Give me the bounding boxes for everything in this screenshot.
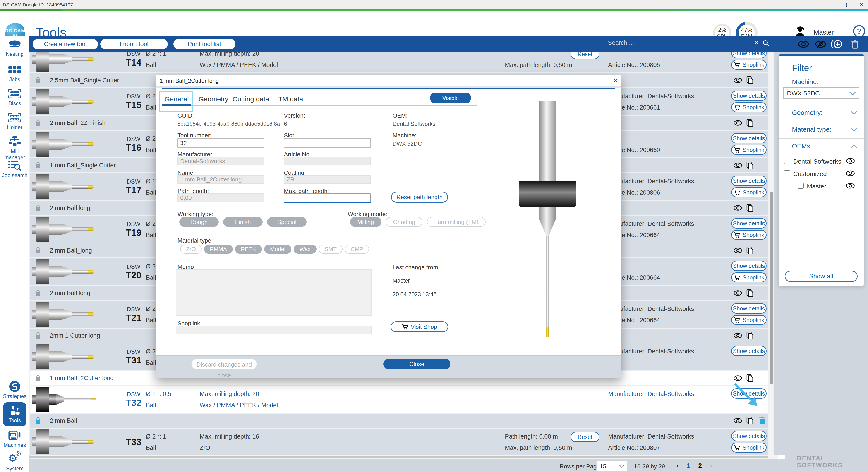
sidebar-item-jobs[interactable]: Jobs: [0, 64, 29, 82]
eye-icon[interactable]: [846, 157, 855, 165]
horizontal-scrollbar[interactable]: [30, 455, 785, 459]
sidebar-item-machines[interactable]: Machines: [0, 430, 29, 448]
next-page-button[interactable]: ›: [710, 462, 712, 469]
reset-path-button[interactable]: Reset: [570, 52, 599, 59]
dialog-close-icon[interactable]: ×: [614, 77, 618, 85]
reset-path-button[interactable]: Reset: [570, 432, 599, 442]
shoplink-button[interactable]: Shoplink: [731, 230, 767, 240]
eye-icon[interactable]: [734, 161, 742, 169]
copy-icon[interactable]: [746, 246, 754, 255]
page-1-button[interactable]: 1: [687, 462, 690, 469]
chevron-down-icon[interactable]: [850, 128, 857, 132]
shoplink-button[interactable]: Shoplink: [731, 60, 767, 70]
tool-row-t32[interactable]: DSWT32Ø 1 r: 0,5BallMax. milling depth: …: [30, 386, 768, 413]
show-details-button[interactable]: Show details: [731, 431, 767, 441]
option-wax[interactable]: Wax: [293, 245, 316, 254]
show-all-button[interactable]: Show all: [785, 271, 858, 282]
shoplink-button[interactable]: Shoplink: [731, 272, 767, 282]
tool-number-input[interactable]: [178, 138, 265, 148]
eye-icon[interactable]: [846, 182, 855, 190]
import-tool-button[interactable]: Import tool: [100, 39, 168, 49]
option-pmma[interactable]: PMMA: [204, 245, 233, 254]
option-cmp[interactable]: CMP: [345, 245, 369, 254]
rows-per-page-select[interactable]: 15: [596, 461, 627, 471]
option-grinding[interactable]: Grinding: [386, 217, 423, 227]
show-details-button[interactable]: Show details: [731, 218, 767, 229]
show-details-button[interactable]: Show details: [731, 52, 767, 58]
eye-icon[interactable]: [734, 374, 742, 382]
tool-group-row[interactable]: 2 mm Ball: [30, 414, 768, 428]
geometry-section[interactable]: Geometry:: [779, 105, 864, 122]
sidebar-item-job-search[interactable]: Job search: [0, 160, 29, 178]
oem-checkbox[interactable]: [784, 170, 790, 176]
memo-textarea[interactable]: [176, 269, 372, 316]
shoplink-button[interactable]: Shoplink: [731, 187, 767, 197]
tab-cutting-data[interactable]: Cutting data: [232, 95, 269, 103]
shoplink-input[interactable]: [176, 326, 372, 334]
oem-checkbox[interactable]: [784, 158, 790, 164]
vertical-scrollbar-thumb[interactable]: [770, 192, 773, 384]
eye-icon[interactable]: [734, 332, 742, 340]
chevron-down-icon[interactable]: [850, 111, 857, 115]
add-tool-icon[interactable]: [830, 39, 844, 49]
shoplink-button[interactable]: Shoplink: [731, 315, 767, 325]
option-smt[interactable]: SMT: [319, 245, 343, 254]
show-details-button[interactable]: Show details: [731, 261, 767, 271]
search-icon[interactable]: [762, 39, 770, 46]
copy-icon[interactable]: [746, 332, 754, 340]
tool-row-t33[interactable]: T33Ø 2 r: 1BallMax. milling depth: 16ZrO…: [30, 429, 768, 455]
shoplink-button[interactable]: Shoplink: [731, 443, 767, 452]
option-milling[interactable]: Milling: [350, 217, 381, 227]
show-details-button[interactable]: Show details: [731, 133, 767, 143]
close-window-button[interactable]: ×: [855, 0, 868, 9]
sidebar-item-holder[interactable]: Holder: [0, 112, 29, 131]
horizontal-scrollbar-thumb[interactable]: [30, 456, 768, 459]
sidebar-item-system[interactable]: ⚙⚙System: [0, 453, 29, 472]
sidebar-item-mill-manager[interactable]: Mill manager: [0, 136, 29, 161]
eye-icon[interactable]: [734, 204, 742, 212]
option-special[interactable]: Special: [267, 217, 307, 227]
close-dialog-button[interactable]: Close: [383, 359, 450, 370]
machine-select[interactable]: DWX 52DC: [783, 87, 859, 99]
max-path-length-input[interactable]: [284, 194, 371, 203]
shoplink-button[interactable]: Shoplink: [731, 102, 767, 112]
oem-checkbox[interactable]: [798, 183, 804, 189]
option-finish[interactable]: Finish: [223, 217, 262, 227]
create-new-tool-button[interactable]: Create new tool: [33, 39, 98, 49]
eye-icon[interactable]: [734, 289, 742, 297]
sidebar-item-strategies[interactable]: Strategies: [0, 380, 29, 399]
page-2-button[interactable]: 2: [698, 462, 702, 469]
copy-icon[interactable]: [746, 416, 754, 425]
search-input[interactable]: [608, 39, 751, 46]
tab-tm-data[interactable]: TM data: [278, 95, 303, 103]
eye-icon[interactable]: [734, 246, 742, 255]
discard-changes-button[interactable]: Discard changes and close: [191, 359, 257, 370]
copy-icon[interactable]: [746, 289, 754, 297]
eye-icon[interactable]: [846, 169, 855, 177]
material-type-section[interactable]: Material type:: [779, 122, 864, 138]
delete-icon[interactable]: [849, 39, 861, 49]
help-icon[interactable]: ?: [853, 25, 865, 37]
visible-badge[interactable]: Visible: [430, 93, 471, 103]
maximize-button[interactable]: ▢: [842, 0, 855, 9]
show-details-button[interactable]: Show details: [731, 346, 767, 356]
option-zro[interactable]: ZrO: [180, 245, 202, 254]
trash-icon[interactable]: [758, 416, 767, 425]
option-turn-milling-tm-[interactable]: Turn milling (TM): [427, 217, 486, 227]
tab-geometry[interactable]: Geometry: [198, 95, 228, 103]
chevron-up-icon[interactable]: [850, 144, 857, 148]
copy-icon[interactable]: [746, 76, 754, 85]
copy-icon[interactable]: [746, 119, 754, 127]
tab-general[interactable]: General: [164, 95, 189, 103]
reset-path-length-button[interactable]: Reset path length: [391, 192, 448, 203]
sidebar-item-nesting[interactable]: Nesting: [0, 38, 29, 57]
vertical-scrollbar[interactable]: [769, 52, 773, 455]
show-details-button[interactable]: Show details: [731, 303, 767, 314]
hide-hidden-icon[interactable]: [815, 39, 826, 49]
slot-input[interactable]: [284, 138, 371, 148]
copy-icon[interactable]: [746, 374, 754, 382]
tool-row-t14[interactable]: DSWT14Ø 2 r: 1BallMax. milling depth: 20…: [30, 52, 768, 72]
show-details-button[interactable]: Show details: [731, 176, 767, 186]
eye-icon[interactable]: [734, 76, 742, 85]
show-visible-icon[interactable]: [798, 39, 809, 49]
